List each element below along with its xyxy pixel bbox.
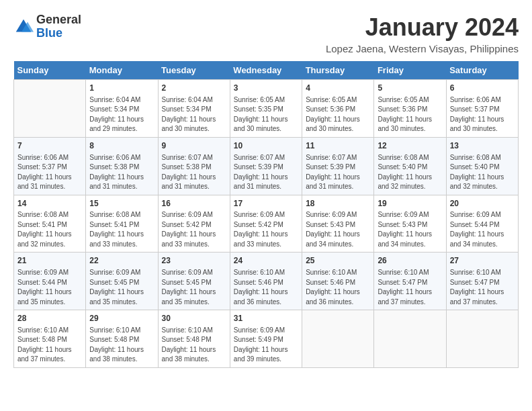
day-number: 22 xyxy=(89,255,154,267)
calendar-day-cell: 29Sunrise: 6:10 AMSunset: 5:48 PMDayligh… xyxy=(86,310,158,368)
day-number: 16 xyxy=(162,198,226,210)
day-of-week-header: Friday xyxy=(374,61,446,80)
day-of-week-header: Saturday xyxy=(446,61,518,80)
day-info: Sunrise: 6:04 AMSunset: 5:34 PMDaylight:… xyxy=(162,95,226,134)
month-title: January 2024 xyxy=(326,13,519,42)
calendar-header-row: SundayMondayTuesdayWednesdayThursdayFrid… xyxy=(14,61,519,80)
day-info: Sunrise: 6:06 AMSunset: 5:37 PMDaylight:… xyxy=(450,95,515,134)
day-info: Sunrise: 6:07 AMSunset: 5:39 PMDaylight:… xyxy=(234,153,298,192)
day-number: 1 xyxy=(89,83,154,94)
day-info: Sunrise: 6:08 AMSunset: 5:41 PMDaylight:… xyxy=(89,210,154,249)
day-number: 20 xyxy=(450,198,515,210)
calendar-day-cell: 14Sunrise: 6:08 AMSunset: 5:41 PMDayligh… xyxy=(14,195,86,253)
day-info: Sunrise: 6:09 AMSunset: 5:45 PMDaylight:… xyxy=(162,268,226,307)
calendar-day-cell: 25Sunrise: 6:10 AMSunset: 5:46 PMDayligh… xyxy=(302,253,374,310)
calendar-week-row: 7Sunrise: 6:06 AMSunset: 5:37 PMDaylight… xyxy=(14,137,519,195)
day-number: 13 xyxy=(450,140,515,152)
calendar-day-cell: 13Sunrise: 6:08 AMSunset: 5:40 PMDayligh… xyxy=(446,137,518,195)
day-number: 8 xyxy=(89,140,154,152)
calendar-day-cell xyxy=(374,310,446,368)
page-header: General Blue January 2024 Lopez Jaena, W… xyxy=(13,13,519,54)
day-info: Sunrise: 6:07 AMSunset: 5:39 PMDaylight:… xyxy=(306,153,370,192)
day-info: Sunrise: 6:09 AMSunset: 5:42 PMDaylight:… xyxy=(162,210,226,249)
day-of-week-header: Thursday xyxy=(302,61,374,80)
day-number: 9 xyxy=(162,140,226,152)
day-of-week-header: Tuesday xyxy=(158,61,230,80)
day-info: Sunrise: 6:08 AMSunset: 5:40 PMDaylight:… xyxy=(378,153,442,192)
calendar-day-cell xyxy=(302,310,374,368)
day-number: 21 xyxy=(17,255,82,267)
calendar-day-cell: 16Sunrise: 6:09 AMSunset: 5:42 PMDayligh… xyxy=(158,195,230,253)
calendar-day-cell: 22Sunrise: 6:09 AMSunset: 5:45 PMDayligh… xyxy=(86,253,158,310)
day-of-week-header: Sunday xyxy=(14,61,86,80)
day-info: Sunrise: 6:09 AMSunset: 5:45 PMDaylight:… xyxy=(89,268,154,307)
day-of-week-header: Wednesday xyxy=(230,61,302,80)
calendar-day-cell: 5Sunrise: 6:05 AMSunset: 5:36 PMDaylight… xyxy=(374,80,446,138)
calendar-day-cell: 10Sunrise: 6:07 AMSunset: 5:39 PMDayligh… xyxy=(230,137,302,195)
calendar-day-cell: 23Sunrise: 6:09 AMSunset: 5:45 PMDayligh… xyxy=(158,253,230,310)
day-number: 15 xyxy=(89,198,154,210)
day-info: Sunrise: 6:10 AMSunset: 5:47 PMDaylight:… xyxy=(378,268,442,307)
day-number: 4 xyxy=(306,83,370,94)
calendar-day-cell: 17Sunrise: 6:09 AMSunset: 5:42 PMDayligh… xyxy=(230,195,302,253)
day-info: Sunrise: 6:09 AMSunset: 5:42 PMDaylight:… xyxy=(234,210,298,249)
day-number: 18 xyxy=(306,198,370,210)
day-number: 27 xyxy=(450,255,515,267)
calendar-day-cell: 30Sunrise: 6:10 AMSunset: 5:48 PMDayligh… xyxy=(158,310,230,368)
day-info: Sunrise: 6:09 AMSunset: 5:43 PMDaylight:… xyxy=(378,210,442,249)
day-info: Sunrise: 6:10 AMSunset: 5:46 PMDaylight:… xyxy=(234,268,298,307)
calendar-day-cell: 21Sunrise: 6:09 AMSunset: 5:44 PMDayligh… xyxy=(14,253,86,310)
title-block: January 2024 Lopez Jaena, Western Visaya… xyxy=(326,13,519,54)
day-number: 17 xyxy=(234,198,298,210)
calendar-day-cell: 3Sunrise: 6:05 AMSunset: 5:35 PMDaylight… xyxy=(230,80,302,138)
day-number: 10 xyxy=(234,140,298,152)
calendar-day-cell: 28Sunrise: 6:10 AMSunset: 5:48 PMDayligh… xyxy=(14,310,86,368)
calendar-day-cell: 1Sunrise: 6:04 AMSunset: 5:34 PMDaylight… xyxy=(86,80,158,138)
calendar-day-cell xyxy=(446,310,518,368)
day-info: Sunrise: 6:07 AMSunset: 5:38 PMDaylight:… xyxy=(162,153,226,192)
calendar-week-row: 1Sunrise: 6:04 AMSunset: 5:34 PMDaylight… xyxy=(14,80,519,138)
day-number: 26 xyxy=(378,255,442,267)
day-number: 14 xyxy=(17,198,82,210)
calendar-week-row: 14Sunrise: 6:08 AMSunset: 5:41 PMDayligh… xyxy=(14,195,519,253)
day-number: 30 xyxy=(162,313,226,324)
day-number: 2 xyxy=(162,83,226,94)
day-info: Sunrise: 6:08 AMSunset: 5:41 PMDaylight:… xyxy=(17,210,82,249)
day-info: Sunrise: 6:09 AMSunset: 5:43 PMDaylight:… xyxy=(306,210,370,249)
calendar-day-cell: 4Sunrise: 6:05 AMSunset: 5:36 PMDaylight… xyxy=(302,80,374,138)
day-info: Sunrise: 6:05 AMSunset: 5:35 PMDaylight:… xyxy=(234,95,298,134)
day-info: Sunrise: 6:09 AMSunset: 5:44 PMDaylight:… xyxy=(450,210,515,249)
day-number: 31 xyxy=(234,313,298,324)
calendar-day-cell xyxy=(14,80,86,138)
calendar-day-cell: 27Sunrise: 6:10 AMSunset: 5:47 PMDayligh… xyxy=(446,253,518,310)
logo-blue: Blue xyxy=(36,26,62,40)
day-number: 11 xyxy=(306,140,370,152)
logo-text: General Blue xyxy=(36,13,81,40)
day-number: 5 xyxy=(378,83,442,94)
calendar-day-cell: 18Sunrise: 6:09 AMSunset: 5:43 PMDayligh… xyxy=(302,195,374,253)
day-info: Sunrise: 6:10 AMSunset: 5:48 PMDaylight:… xyxy=(89,326,154,365)
calendar-day-cell: 19Sunrise: 6:09 AMSunset: 5:43 PMDayligh… xyxy=(374,195,446,253)
day-number: 3 xyxy=(234,83,298,94)
day-number: 25 xyxy=(306,255,370,267)
day-info: Sunrise: 6:08 AMSunset: 5:40 PMDaylight:… xyxy=(450,153,515,192)
day-number: 24 xyxy=(234,255,298,267)
day-info: Sunrise: 6:06 AMSunset: 5:37 PMDaylight:… xyxy=(17,153,82,192)
day-of-week-header: Monday xyxy=(86,61,158,80)
day-info: Sunrise: 6:09 AMSunset: 5:44 PMDaylight:… xyxy=(17,268,82,307)
location: Lopez Jaena, Western Visayas, Philippine… xyxy=(326,43,519,54)
day-info: Sunrise: 6:05 AMSunset: 5:36 PMDaylight:… xyxy=(378,95,442,134)
calendar-week-row: 21Sunrise: 6:09 AMSunset: 5:44 PMDayligh… xyxy=(14,253,519,310)
day-info: Sunrise: 6:09 AMSunset: 5:49 PMDaylight:… xyxy=(234,326,298,365)
calendar-day-cell: 11Sunrise: 6:07 AMSunset: 5:39 PMDayligh… xyxy=(302,137,374,195)
day-info: Sunrise: 6:05 AMSunset: 5:36 PMDaylight:… xyxy=(306,95,370,134)
calendar-day-cell: 6Sunrise: 6:06 AMSunset: 5:37 PMDaylight… xyxy=(446,80,518,138)
day-number: 28 xyxy=(17,313,82,324)
calendar-day-cell: 20Sunrise: 6:09 AMSunset: 5:44 PMDayligh… xyxy=(446,195,518,253)
calendar-day-cell: 15Sunrise: 6:08 AMSunset: 5:41 PMDayligh… xyxy=(86,195,158,253)
day-number: 7 xyxy=(17,140,82,152)
calendar-week-row: 28Sunrise: 6:10 AMSunset: 5:48 PMDayligh… xyxy=(14,310,519,368)
day-info: Sunrise: 6:10 AMSunset: 5:46 PMDaylight:… xyxy=(306,268,370,307)
day-info: Sunrise: 6:10 AMSunset: 5:48 PMDaylight:… xyxy=(17,326,82,365)
calendar-day-cell: 9Sunrise: 6:07 AMSunset: 5:38 PMDaylight… xyxy=(158,137,230,195)
